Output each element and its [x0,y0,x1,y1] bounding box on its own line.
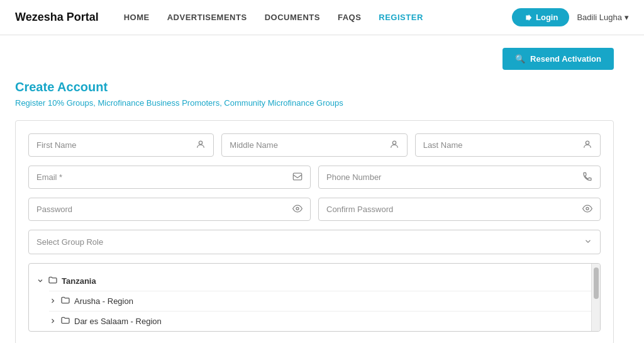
phone-icon [582,171,592,183]
chevron-expand-tanzania [36,277,44,286]
email-field[interactable] [28,166,311,189]
nav-links: HOME ADVERTISEMENTS DOCUMENTS FAQS REGIS… [124,13,512,22]
email-icon [292,171,303,183]
confirm-password-input[interactable] [326,205,575,214]
password-row [28,198,601,221]
last-name-input[interactable] [423,140,575,150]
person-icon-1 [196,139,206,151]
region-tree: Tanzania Arusha - Region [28,263,601,332]
folder-icon-arusha [60,295,70,307]
first-name-input[interactable] [36,140,188,150]
phone-field[interactable] [318,166,601,189]
page-subtitle: Register 10% Groups, Microfinance Busine… [15,98,614,108]
search-icon: 🔍 [515,54,525,64]
person-icon-3 [582,139,592,151]
password-input[interactable] [36,205,285,214]
tree-label-dar-es-salaam: Dar es Salaam - Region [74,317,162,326]
person-icon-2 [389,139,399,151]
registration-form: Select Group Role Admin Member Promoter … [15,120,614,343]
nav-faqs[interactable]: FAQS [338,13,361,22]
nav-home[interactable]: HOME [124,13,150,22]
page-title: Create Account [15,80,614,94]
svg-point-2 [586,141,589,144]
resend-activation-button[interactable]: 🔍 Resend Activation [502,48,614,70]
svg-rect-3 [293,173,301,180]
group-role-select[interactable]: Select Group Role Admin Member Promoter [29,230,600,254]
chevron-expand-dar-es-salaam [49,317,57,326]
name-row [28,133,601,157]
nav-advertisements[interactable]: ADVERTISEMENTS [167,13,247,22]
login-button[interactable]: Login [512,8,569,26]
confirm-password-field[interactable] [318,198,601,221]
last-name-field[interactable] [415,133,601,157]
scrollbar-thumb [594,267,599,299]
group-role-wrapper[interactable]: Select Group Role Admin Member Promoter [28,230,601,254]
folder-icon-tanzania [48,275,58,287]
svg-point-0 [199,141,203,144]
email-phone-row [28,166,601,189]
nav-register[interactable]: REGISTER [379,13,423,22]
nav-documents[interactable]: DOCUMENTS [265,13,320,22]
svg-point-5 [586,207,589,210]
tree-item-arusha[interactable]: Arusha - Region [36,291,592,311]
tree-label-arusha: Arusha - Region [74,296,133,306]
brand-logo: Wezesha Portal [15,11,99,24]
chevron-expand-arusha [49,297,57,306]
phone-input[interactable] [326,172,575,182]
password-field[interactable] [28,198,311,221]
first-name-field[interactable] [28,133,214,157]
middle-name-field[interactable] [221,133,407,157]
chevron-down-icon: ▾ [625,13,629,22]
navbar: Wezesha Portal HOME ADVERTISEMENTS DOCUM… [0,0,644,35]
email-input[interactable] [36,172,285,182]
tree-item-dar-es-salaam[interactable]: Dar es Salaam - Region [36,312,592,331]
resend-row: 🔍 Resend Activation [15,48,614,70]
tree-item-tanzania[interactable]: Tanzania [36,271,592,291]
eye-icon-1 [292,203,303,215]
main-content: 🔍 Resend Activation Create Account Regis… [0,35,629,343]
svg-point-4 [296,207,299,210]
tree-label-tanzania: Tanzania [62,276,96,286]
svg-point-1 [392,141,396,144]
eye-icon-2 [582,203,592,215]
login-icon [523,13,532,22]
middle-name-input[interactable] [230,140,381,150]
folder-icon-dar-es-salaam [60,315,70,327]
navbar-right: Login Badili Lugha ▾ [512,8,629,26]
language-selector[interactable]: Badili Lugha ▾ [577,13,629,22]
scrollbar[interactable] [591,264,600,331]
